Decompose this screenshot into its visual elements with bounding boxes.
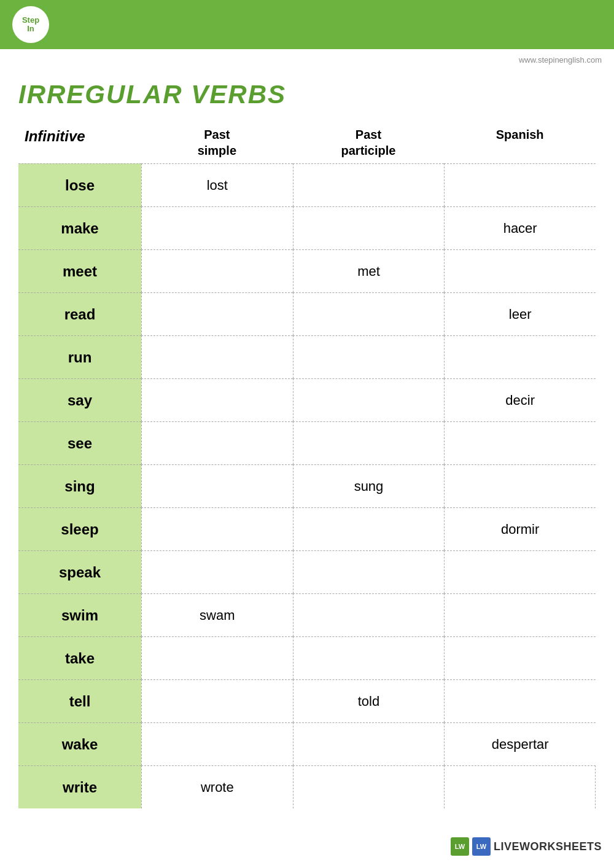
infinitive-cell: wake — [18, 722, 141, 765]
infinitive-cell: tell — [18, 679, 141, 722]
infinitive-cell: take — [18, 636, 141, 679]
infinitive-cell: say — [18, 378, 141, 421]
spanish-cell — [444, 679, 596, 722]
past-simple-cell — [141, 206, 293, 249]
footer: LW LW LIVEWORKSHEETS — [451, 837, 602, 856]
col-header-infinitive: Infinitive — [18, 122, 141, 163]
spanish-cell — [444, 421, 596, 464]
logo: Step In — [12, 6, 49, 43]
past-simple-cell — [141, 292, 293, 335]
past-participle-cell — [293, 507, 445, 550]
past-participle-cell — [293, 421, 445, 464]
past-participle-cell — [293, 593, 445, 636]
spanish-cell — [444, 636, 596, 679]
infinitive-cell: read — [18, 292, 141, 335]
spanish-cell — [444, 593, 596, 636]
website-url: www.stepinenglish.com — [519, 55, 602, 65]
spanish-cell — [444, 464, 596, 507]
main-content: IRREGULAR VERBS Infinitive Past simple P… — [0, 61, 614, 827]
col-header-past-participle: Past participle — [293, 122, 445, 163]
past-participle-cell: met — [293, 249, 445, 292]
past-participle-label-line2: participle — [341, 144, 396, 157]
spanish-cell — [444, 249, 596, 292]
infinitive-cell: write — [18, 765, 141, 808]
past-participle-cell — [293, 292, 445, 335]
infinitive-cell: see — [18, 421, 141, 464]
past-participle-cell: sung — [293, 464, 445, 507]
past-simple-cell — [141, 421, 293, 464]
past-participle-label-line1: Past — [356, 128, 381, 141]
past-simple-cell — [141, 722, 293, 765]
past-simple-cell — [141, 636, 293, 679]
infinitive-cell: run — [18, 335, 141, 378]
past-participle-cell — [293, 722, 445, 765]
header-bar: Step In www.stepinenglish.com — [0, 0, 614, 49]
spanish-cell — [444, 335, 596, 378]
infinitive-cell: meet — [18, 249, 141, 292]
past-simple-label-line1: Past — [204, 128, 230, 141]
logo-step: Step — [22, 16, 39, 25]
past-simple-cell — [141, 464, 293, 507]
spanish-cell: decir — [444, 378, 596, 421]
past-participle-cell: told — [293, 679, 445, 722]
infinitive-cell: sing — [18, 464, 141, 507]
spanish-cell — [444, 550, 596, 593]
past-simple-cell — [141, 378, 293, 421]
page-title: IRREGULAR VERBS — [18, 80, 596, 109]
past-participle-cell — [293, 335, 445, 378]
past-simple-cell: wrote — [141, 765, 293, 808]
verb-table: Infinitive Past simple Past participle S… — [18, 122, 596, 808]
liveworksheets-text: LIVEWORKSHEETS — [494, 840, 602, 853]
past-simple-cell — [141, 249, 293, 292]
past-simple-cell: lost — [141, 163, 293, 206]
past-participle-cell — [293, 765, 445, 808]
infinitive-cell: swim — [18, 593, 141, 636]
spanish-cell: despertar — [444, 722, 596, 765]
spanish-cell — [444, 765, 596, 808]
infinitive-cell: lose — [18, 163, 141, 206]
infinitive-cell: sleep — [18, 507, 141, 550]
past-simple-cell — [141, 679, 293, 722]
spanish-cell: dormir — [444, 507, 596, 550]
past-simple-cell — [141, 507, 293, 550]
logo-in: In — [27, 25, 34, 33]
past-participle-cell — [293, 378, 445, 421]
past-participle-cell — [293, 636, 445, 679]
spanish-cell: leer — [444, 292, 596, 335]
past-simple-cell: swam — [141, 593, 293, 636]
spanish-cell: hacer — [444, 206, 596, 249]
col-header-spanish: Spanish — [444, 122, 596, 163]
infinitive-cell: speak — [18, 550, 141, 593]
past-simple-cell — [141, 550, 293, 593]
liveworksheets-logo: LW LW LIVEWORKSHEETS — [451, 837, 602, 856]
past-simple-label-line2: simple — [198, 144, 236, 157]
lw-icon-green: LW — [451, 837, 469, 856]
past-simple-cell — [141, 335, 293, 378]
spanish-cell — [444, 163, 596, 206]
past-participle-cell — [293, 206, 445, 249]
infinitive-cell: make — [18, 206, 141, 249]
past-participle-cell — [293, 163, 445, 206]
lw-icon-blue: LW — [472, 837, 491, 856]
past-participle-cell — [293, 550, 445, 593]
col-header-past-simple: Past simple — [141, 122, 293, 163]
